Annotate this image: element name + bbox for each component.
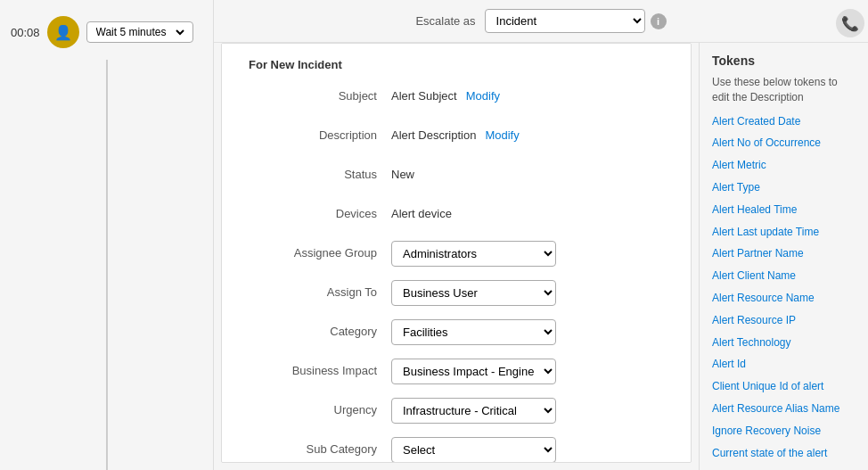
assignee-group-value-group: Administrators Support Operations [391,241,664,267]
token-item[interactable]: Alert Resource IP [712,313,856,328]
sub-category-select[interactable]: Select Option 1 Option 2 [391,437,556,463]
main-content: Escalate as Incident Problem Change i Fo… [214,0,868,470]
token-item[interactable]: Alert Type [712,180,856,195]
devices-value: Alert device [391,202,452,220]
avatar: 👤 [47,16,79,48]
status-value: New [391,162,414,181]
phone-icon-wrap: 📞 [836,9,864,37]
token-item[interactable]: Alert No of Occurrence [712,136,856,151]
timeline-line [106,60,108,470]
tokens-panel: Tokens Use these below tokens to edit th… [699,43,868,470]
token-item[interactable]: Alert Client Name [712,268,856,284]
description-label: Description [249,123,391,142]
sub-category-value-group: Select Option 1 Option 2 [391,437,664,463]
sub-category-label: Sub Category [249,437,391,456]
assign-to-label: Assign To [249,280,391,299]
category-label: Category [249,319,391,338]
urgency-select[interactable]: Infrastructure - Critical Infrastructure… [391,398,556,424]
assign-to-row: Assign To Business User Admin Support Us… [249,280,664,309]
description-row: Description Alert Description Modify [249,123,664,152]
status-value-group: New [391,162,664,181]
token-item[interactable]: Alert Created Date [712,114,856,129]
tokens-description: Use these below tokens to edit the Descr… [712,75,856,105]
form-container: For New Incident Subject Alert Subject M… [214,43,868,470]
status-label: Status [249,162,391,181]
token-item[interactable]: Alert Resource Name [712,291,856,306]
subject-value-group: Alert Subject Modify [391,84,664,103]
assign-to-value-group: Business User Admin Support User [391,280,664,306]
token-item[interactable]: Ignore Recovery Noise [712,424,856,439]
urgency-value-group: Infrastructure - Critical Infrastructure… [391,398,664,424]
token-item[interactable]: Alert Healed Time [712,202,856,218]
assignee-group-label: Assignee Group [249,241,391,260]
form-title: For New Incident [249,58,664,71]
category-value-group: Facilities IT HR Operations [391,319,664,345]
category-row: Category Facilities IT HR Operations [249,319,664,348]
urgency-row: Urgency Infrastructure - Critical Infras… [249,398,664,426]
category-select[interactable]: Facilities IT HR Operations [391,319,556,345]
timer-display: 00:08 [11,26,40,39]
token-item[interactable]: Alert Id [712,357,856,372]
phone-button[interactable]: 📞 [836,9,864,37]
urgency-label: Urgency [249,398,391,416]
wait-dropdown-container[interactable]: Wait 5 minutes Wait 1 minute Wait 10 min… [86,21,193,43]
token-item[interactable]: Alert Resource Alias Name [712,401,856,416]
token-item[interactable]: Current state of the alert [712,446,856,461]
top-bar: Escalate as Incident Problem Change i [214,0,868,43]
token-item[interactable]: Alert Last update Time [712,225,856,240]
escalate-label: Escalate as [415,14,475,28]
description-value-group: Alert Description Modify [391,123,664,142]
assignee-group-row: Assignee Group Administrators Support Op… [249,241,664,269]
assign-to-select[interactable]: Business User Admin Support User [391,280,556,306]
form-panel: For New Incident Subject Alert Subject M… [221,43,692,463]
subject-value: Alert Subject [391,84,457,103]
devices-label: Devices [249,202,391,220]
wait-select[interactable]: Wait 5 minutes Wait 1 minute Wait 10 min… [93,25,187,39]
timer-row: 00:08 👤 Wait 5 minutes Wait 1 minute Wai… [0,9,213,55]
token-item[interactable]: Client Unique Id of alert [712,379,856,394]
business-impact-value-group: Business Impact - Engineering Business I… [391,359,664,384]
business-impact-row: Business Impact Business Impact - Engine… [249,359,664,387]
subject-modify-link[interactable]: Modify [466,84,500,103]
description-value: Alert Description [391,123,476,142]
devices-value-group: Alert device [391,202,664,220]
sub-category-row: Sub Category Select Option 1 Option 2 [249,437,664,463]
sidebar: 00:08 👤 Wait 5 minutes Wait 1 minute Wai… [0,0,214,470]
incident-select-wrap: Incident Problem Change i [485,9,667,33]
subject-label: Subject [249,84,391,103]
description-modify-link[interactable]: Modify [485,123,519,142]
escalate-type-select[interactable]: Incident Problem Change [485,9,645,33]
assignee-group-select[interactable]: Administrators Support Operations [391,241,556,267]
devices-row: Devices Alert device [249,202,664,230]
token-item[interactable]: Alert Technology [712,335,856,350]
tokens-title: Tokens [712,54,856,68]
info-icon[interactable]: i [651,13,667,29]
token-item[interactable]: Alert Metric [712,158,856,173]
business-impact-label: Business Impact [249,359,391,377]
token-item[interactable]: Alert Partner Name [712,246,856,261]
business-impact-select[interactable]: Business Impact - Engineering Business I… [391,359,556,384]
avatar-icon: 👤 [54,24,72,41]
subject-row: Subject Alert Subject Modify [249,84,664,112]
phone-icon: 📞 [841,15,859,32]
status-row: Status New [249,162,664,191]
